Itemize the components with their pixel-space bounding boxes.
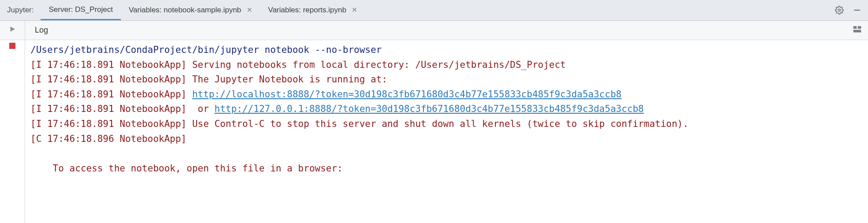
jupyter-label: Jupyter: xyxy=(0,0,41,20)
log-line xyxy=(30,148,36,159)
tab-variables-reports[interactable]: Variables: reports.ipynb ✕ xyxy=(260,0,365,20)
svg-rect-3 xyxy=(853,26,857,29)
tab-variables-notebook-sample[interactable]: Variables: notebook-sample.ipynb ✕ xyxy=(121,0,260,20)
close-icon[interactable]: ✕ xyxy=(352,7,357,14)
log-line: [I 17:46:18.891 NotebookApp] Serving not… xyxy=(30,59,566,70)
gear-icon[interactable] xyxy=(834,5,844,15)
minimize-icon[interactable] xyxy=(852,5,862,15)
log-link[interactable]: http://127.0.0.1:8888/?token=30d198c3fb6… xyxy=(214,104,644,114)
toolbar-row: Log xyxy=(0,21,868,40)
svg-marker-2 xyxy=(11,26,15,32)
log-line: [I 17:46:18.891 NotebookApp] or http://1… xyxy=(30,104,644,114)
log-output[interactable]: /Users/jetbrains/CondaProject/bin/jupyte… xyxy=(25,40,868,223)
svg-point-0 xyxy=(838,9,841,11)
log-line: [C 17:46:18.896 NotebookApp] xyxy=(30,134,187,144)
tab-label: Server: DS_Project xyxy=(49,5,113,14)
left-gutter xyxy=(0,40,25,223)
log-line: [I 17:46:18.891 NotebookApp] http://loca… xyxy=(30,89,621,100)
log-tail: To access the notebook, open this file i… xyxy=(30,163,343,174)
log-command: /Users/jetbrains/CondaProject/bin/jupyte… xyxy=(30,45,382,55)
close-icon[interactable]: ✕ xyxy=(247,7,252,14)
tab-controls xyxy=(834,0,868,20)
layout-icon[interactable] xyxy=(853,25,868,35)
log-header: Log xyxy=(25,21,868,40)
tab-server[interactable]: Server: DS_Project xyxy=(41,0,121,20)
log-line: [I 17:46:18.891 NotebookApp] Use Control… xyxy=(30,119,688,129)
left-gutter-top xyxy=(0,21,25,40)
log-line: [I 17:46:18.891 NotebookApp] The Jupyter… xyxy=(30,74,387,85)
log-title: Log xyxy=(35,26,48,35)
tab-bar: Jupyter: Server: DS_Project Variables: n… xyxy=(0,0,868,21)
svg-rect-5 xyxy=(853,30,861,33)
content-row: /Users/jetbrains/CondaProject/bin/jupyte… xyxy=(0,40,868,223)
tab-label: Variables: reports.ipynb xyxy=(268,6,346,15)
stop-icon[interactable] xyxy=(9,43,15,49)
play-icon[interactable] xyxy=(8,25,16,33)
svg-rect-4 xyxy=(858,26,861,29)
tab-label: Variables: notebook-sample.ipynb xyxy=(129,6,241,15)
log-link[interactable]: http://localhost:8888/?token=30d198c3fb6… xyxy=(192,89,622,100)
